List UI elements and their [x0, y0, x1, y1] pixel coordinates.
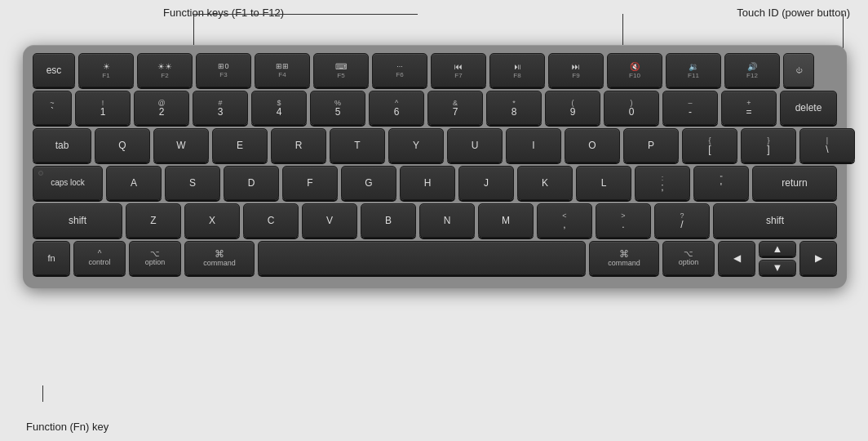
- key-shift-right[interactable]: shift: [713, 203, 837, 238]
- key-a[interactable]: A: [106, 166, 162, 200]
- key-f6[interactable]: ··· F6: [372, 53, 427, 87]
- key-return[interactable]: return: [752, 166, 837, 200]
- key-esc[interactable]: esc: [33, 53, 75, 87]
- key-y[interactable]: Y: [388, 128, 444, 163]
- key-f9[interactable]: ⏭ F9: [548, 53, 604, 87]
- key-k[interactable]: K: [517, 166, 573, 200]
- key-open-bracket[interactable]: { [: [682, 128, 737, 163]
- key-f8[interactable]: ⏯ F8: [489, 53, 545, 87]
- key-quote[interactable]: " ': [693, 166, 749, 200]
- key-f[interactable]: F: [282, 166, 338, 200]
- key-fn[interactable]: fn: [33, 241, 70, 275]
- number-row: ~ ` ! 1 @ 2 # 3 $ 4 % 5 ^ 6 & 7: [33, 91, 837, 125]
- key-s[interactable]: S: [165, 166, 220, 200]
- key-control[interactable]: ^ control: [73, 241, 126, 275]
- key-f2[interactable]: ☀☀ F2: [137, 53, 193, 87]
- key-f5[interactable]: ⌨ F5: [313, 53, 369, 87]
- function-key-row: esc ☀ F1 ☀☀ F2 ⊞0 F3 ⊞⊞ F4: [33, 53, 837, 87]
- key-shift-left[interactable]: shift: [33, 203, 122, 238]
- key-x[interactable]: X: [184, 203, 240, 238]
- key-f10[interactable]: 🔇 F10: [607, 53, 662, 87]
- key-c[interactable]: C: [243, 203, 299, 238]
- key-space[interactable]: [258, 241, 586, 275]
- key-q[interactable]: Q: [95, 128, 150, 163]
- function-keys-annotation: Function keys (F1 to F12): [163, 7, 284, 19]
- key-w[interactable]: W: [153, 128, 209, 163]
- key-l[interactable]: L: [576, 166, 631, 200]
- key-f11[interactable]: 🔉 F11: [666, 53, 721, 87]
- key-arrow-up-down-wrap: ▲ ▼: [759, 241, 796, 275]
- key-arrow-up[interactable]: ▲: [759, 241, 796, 256]
- key-command-left[interactable]: ⌘ command: [184, 241, 255, 275]
- key-4[interactable]: $ 4: [251, 91, 307, 125]
- bottom-row: fn ^ control ⌥ option ⌘ command ⌘ comman…: [33, 241, 837, 275]
- qwerty-row: tab Q W E R T Y U I O P { [ } ] | \: [33, 128, 837, 163]
- key-p[interactable]: P: [623, 128, 679, 163]
- key-option-left[interactable]: ⌥ option: [129, 241, 181, 275]
- fn-key-annotation: Function (Fn) key: [26, 421, 108, 433]
- key-9[interactable]: ( 9: [545, 91, 600, 125]
- key-z[interactable]: Z: [126, 203, 181, 238]
- key-f1[interactable]: ☀ F1: [78, 53, 134, 87]
- keyboard: esc ☀ F1 ☀☀ F2 ⊞0 F3 ⊞⊞ F4: [23, 45, 847, 288]
- key-f12[interactable]: 🔊 F12: [724, 53, 780, 87]
- key-equals[interactable]: + =: [721, 91, 777, 125]
- key-j[interactable]: J: [458, 166, 514, 200]
- key-0[interactable]: ) 0: [604, 91, 659, 125]
- key-arrow-right[interactable]: ▶: [799, 241, 837, 275]
- key-3[interactable]: # 3: [193, 91, 248, 125]
- key-tab[interactable]: tab: [33, 128, 91, 163]
- key-comma[interactable]: < ,: [537, 203, 592, 238]
- key-n[interactable]: N: [419, 203, 475, 238]
- key-h[interactable]: H: [400, 166, 455, 200]
- key-8[interactable]: * 8: [486, 91, 542, 125]
- key-close-bracket[interactable]: } ]: [741, 128, 796, 163]
- leader-line-fn-top: [193, 14, 418, 15]
- key-semicolon[interactable]: : ;: [635, 166, 690, 200]
- key-6[interactable]: ^ 6: [369, 91, 424, 125]
- key-touch-id[interactable]: ⏻: [783, 53, 814, 87]
- touch-id-annotation: Touch ID (power button): [737, 7, 850, 19]
- key-slash[interactable]: ? /: [654, 203, 710, 238]
- key-arrow-left[interactable]: ◀: [718, 241, 755, 275]
- key-tilde[interactable]: ~ `: [33, 91, 72, 125]
- leader-line-fn-key: [42, 385, 43, 402]
- key-d[interactable]: D: [224, 166, 279, 200]
- key-1[interactable]: ! 1: [75, 91, 131, 125]
- key-command-right[interactable]: ⌘ command: [589, 241, 659, 275]
- key-t[interactable]: T: [330, 128, 385, 163]
- key-period[interactable]: > .: [596, 203, 651, 238]
- key-backslash[interactable]: | \: [799, 128, 855, 163]
- zxcv-row: shift Z X C V B N M < , > . ? / shift: [33, 203, 837, 238]
- key-f3[interactable]: ⊞0 F3: [196, 53, 251, 87]
- key-i[interactable]: I: [506, 128, 561, 163]
- key-r[interactable]: R: [271, 128, 326, 163]
- asdf-row: caps lock A S D F G H J K L : ; " ' retu…: [33, 166, 837, 200]
- key-minus[interactable]: – -: [662, 91, 718, 125]
- key-option-right[interactable]: ⌥ option: [662, 241, 715, 275]
- key-v[interactable]: V: [302, 203, 357, 238]
- key-b[interactable]: B: [361, 203, 416, 238]
- key-o[interactable]: O: [565, 128, 620, 163]
- key-f7[interactable]: ⏮ F7: [431, 53, 486, 87]
- key-u[interactable]: U: [447, 128, 503, 163]
- key-delete[interactable]: delete: [780, 91, 837, 125]
- key-e[interactable]: E: [212, 128, 268, 163]
- key-5[interactable]: % 5: [310, 91, 365, 125]
- key-f4[interactable]: ⊞⊞ F4: [255, 53, 310, 87]
- key-arrow-down[interactable]: ▼: [759, 260, 796, 275]
- key-caps-lock[interactable]: caps lock: [33, 166, 103, 200]
- key-g[interactable]: G: [341, 166, 396, 200]
- key-7[interactable]: & 7: [427, 91, 483, 125]
- key-2[interactable]: @ 2: [134, 91, 189, 125]
- key-m[interactable]: M: [478, 203, 534, 238]
